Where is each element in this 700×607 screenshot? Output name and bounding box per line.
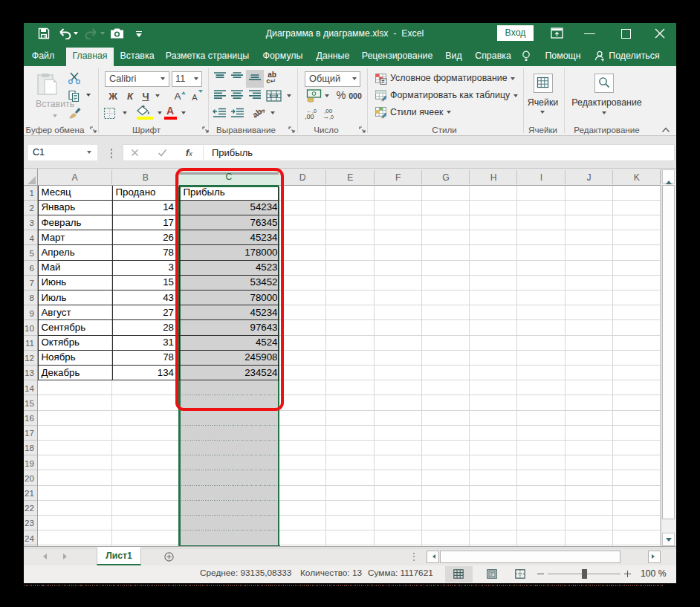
svg-text:,00: ,00 [305, 113, 314, 120]
svg-text:→,0: →,0 [323, 113, 334, 120]
svg-text:≠: ≠ [381, 78, 385, 85]
